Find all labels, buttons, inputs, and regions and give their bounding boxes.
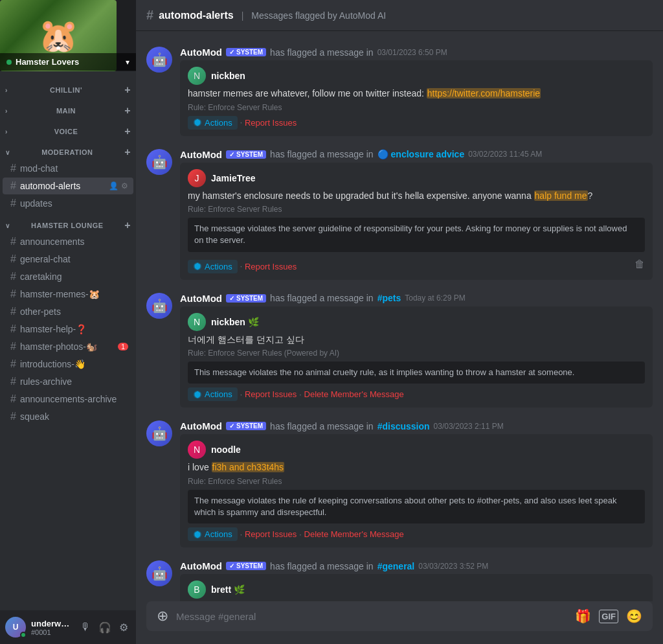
emoji-icon[interactable]: 😊 [624,606,645,627]
automod-message-5: 🤖 AutoMod SYSTEM has flagged a message i… [136,555,663,601]
category-chillin: › CHILLIN' + [0,82,136,97]
highlighted-link: https://twitter.com/hamsterie [427,88,541,98]
automod-avatar-4: 🤖 [146,420,172,446]
system-badge: SYSTEM [226,48,266,56]
flagged-msg-header-2: J JamieTree [188,169,645,187]
flagged-channel-link-3[interactable]: #pets [377,293,401,303]
category-header-moderation[interactable]: ∨ MODERATION + [0,144,136,159]
flagged-msg-header-1: N nickben [188,67,645,85]
input-area: ⊕ 🎁 GIF 😊 [136,601,663,644]
flagged-text-3: 너에게 햄스터를 던지고 싶다 [188,334,645,347]
timestamp-5: 03/03/2023 3:52 PM [418,562,488,571]
flagged-user-avatar-1: N [188,67,206,85]
add-attachment-icon[interactable]: ⊕ [154,601,171,631]
category-header-hamster-lounge[interactable]: ∨ HAMSTER LOUNGE + [0,217,136,233]
messages-area: 🤖 AutoMod SYSTEM has flagged a message i… [136,31,663,601]
channel-header: # automod-alerts | Messages flagged by A… [136,0,663,31]
action-text: has flagged a message in [270,293,374,303]
flagged-message-2: J JamieTree my hamster's enclosure needs… [180,163,653,280]
channel-item-other-pets[interactable]: # other-pets [3,303,133,320]
avatar: U [5,617,26,638]
channel-item-hamster-photos[interactable]: # hamster-photos-🐿️ 1 [3,338,133,355]
report-issues-button-3[interactable]: Report Issues [245,389,297,399]
server-header[interactable]: 🐹 Hamster Lovers ▾ [0,0,136,71]
channel-item-updates[interactable]: # updates [3,195,133,212]
sidebar: 🐹 Hamster Lovers ▾ › CHILLIN' + › MAIN [0,0,136,644]
delete-button-2[interactable]: 🗑 [635,259,645,270]
system-badge: SYSTEM [226,422,266,430]
channel-item-automod-alerts[interactable]: # automod-alerts 👤 ⚙ [3,178,133,194]
category-add-main[interactable]: + [124,105,131,117]
input-icons: 🎁 GIF 😊 [572,606,645,627]
flagged-user-avatar-3: N [188,313,206,331]
mute-icon[interactable]: 🎙 [78,619,93,636]
delete-member-message-button-3[interactable]: Delete Member's Message [304,389,404,399]
automod-message-1: 🤖 AutoMod SYSTEM has flagged a message i… [136,41,663,141]
deafen-icon[interactable]: 🎧 [96,619,114,636]
message-input[interactable] [176,603,567,630]
category-add-hamster-lounge[interactable]: + [124,220,131,231]
timestamp-2: 03/02/2023 11:45 AM [468,150,542,159]
delete-member-message-button-4[interactable]: Delete Member's Message [304,529,404,539]
shield-icon [193,530,202,539]
channel-item-caretaking[interactable]: # caretaking [3,268,133,285]
automod-header-1: AutoMod SYSTEM has flagged a message in … [180,47,653,58]
violation-reason-2: The message violates the server guidelin… [188,218,645,251]
channel-item-mod-chat[interactable]: # mod-chat [3,160,133,177]
online-indicator [6,60,12,65]
header-channel-name: automod-alerts [159,10,234,21]
gift-icon[interactable]: 🎁 [572,606,594,627]
category-header-main[interactable]: › MAIN + [0,102,136,118]
hash-icon: # [10,253,16,265]
flagged-username-3: nickben 🌿 [211,317,259,327]
flagged-username-2: JamieTree [211,173,256,183]
channel-item-announcements-archive[interactable]: # announcements-archive [3,391,133,408]
action-bar-3: Actions · Report Issues · Delete Member'… [188,387,645,401]
actions-button-3[interactable]: Actions [188,387,238,401]
system-badge: SYSTEM [226,294,266,303]
flagged-channel-link-4[interactable]: #discussion [377,421,430,431]
channel-icons: 👤 ⚙ [109,181,128,190]
gif-icon[interactable]: GIF [599,610,618,623]
channel-item-squeak[interactable]: # squeak [3,408,133,425]
flagged-text-1: hamster memes are whatever, follow me on… [188,87,645,100]
actions-button-2[interactable]: Actions [188,260,238,273]
hash-icon: # [10,271,16,282]
channel-item-rules-archive[interactable]: # rules-archive [3,373,133,390]
gear-icon[interactable]: ⚙ [121,181,128,190]
flagged-message-3: N nickben 🌿 너에게 햄스터를 던지고 싶다 Rule: Enforc… [180,306,653,408]
category-add-voice[interactable]: + [124,126,131,137]
shield-icon [193,262,202,271]
flagged-channel-link-2[interactable]: 🔵 enclosure advice [377,149,465,159]
hash-icon: # [10,163,16,174]
report-issues-button-4[interactable]: Report Issues [245,529,297,539]
category-header-voice[interactable]: › VOICE + [0,123,136,139]
shield-icon [193,118,202,127]
flagged-message-1: N nickben hamster memes are whatever, fo… [180,60,653,136]
report-issues-button-2[interactable]: Report Issues [245,262,297,271]
channel-item-general-chat[interactable]: # general-chat [3,251,133,268]
channel-item-announcements[interactable]: # announcements [3,233,133,250]
flagged-channel-link-5[interactable]: #general [377,561,415,571]
header-description: Messages flagged by AutoMod AI [251,10,386,21]
category-header-chillin[interactable]: › CHILLIN' + [0,82,136,97]
actions-button-1[interactable]: Actions [188,116,238,130]
automod-header-3: AutoMod SYSTEM has flagged a message in … [180,293,653,304]
rule-text-2: Rule: Enforce Server Rules [188,205,645,214]
settings-icon[interactable]: ⚙ [117,619,131,636]
automod-name: AutoMod [180,149,222,160]
category-add-moderation[interactable]: + [124,146,131,158]
category-add-chillin[interactable]: + [124,84,131,96]
report-issues-button-1[interactable]: Report Issues [245,118,297,128]
violation-reason-3: This message violates the no animal crue… [188,362,645,384]
actions-button-4[interactable]: Actions [188,527,238,541]
flagged-text-4: i love fi3h and ch33t4hs [188,461,645,474]
channel-item-hamster-memes[interactable]: # hamster-memes-🐹 [3,286,133,303]
timestamp-3: Today at 6:29 PM [405,293,465,303]
automod-avatar-5: 🤖 [146,560,172,586]
timestamp-4: 03/03/2023 2:11 PM [434,422,504,431]
hash-icon: # [10,358,16,370]
flagged-username-1: nickben [211,71,245,81]
channel-item-hamster-help[interactable]: # hamster-help-❓ [3,321,133,338]
channel-item-introductions[interactable]: # introductions-👋 [3,356,133,373]
